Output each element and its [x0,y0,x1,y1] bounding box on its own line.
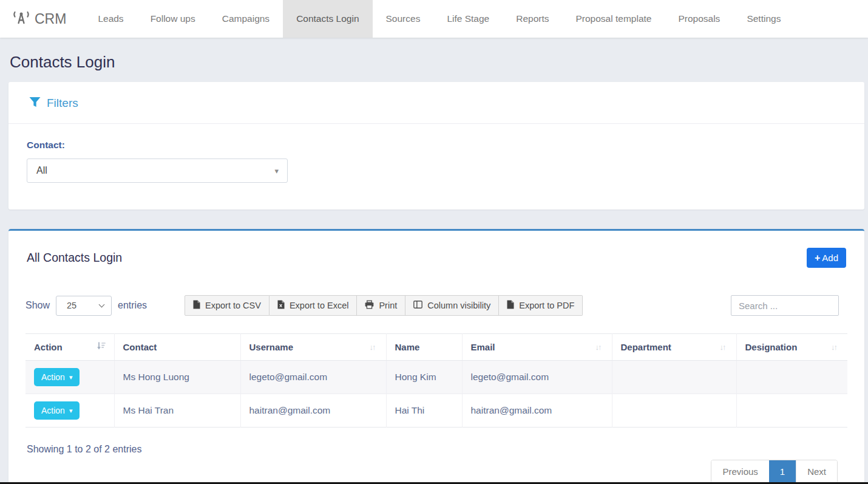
designation-cell [736,394,847,428]
export-csv-button[interactable]: Export to CSV [185,295,270,316]
filter-funnel-icon [29,97,41,110]
nav-item-settings[interactable]: Settings [733,0,794,38]
antenna-icon [12,10,30,29]
entries-label: entries [118,300,147,311]
crm-app-window: CRM Leads Follow ups Campaigns Contacts … [0,0,868,484]
caret-down-icon: ▾ [69,373,73,381]
contact-cell: Ms Hong Luong [114,361,240,394]
add-button[interactable]: + Add [807,248,846,268]
nav-item-campaigns[interactable]: Campaigns [209,0,283,38]
plus-icon: + [815,253,820,263]
department-cell [612,361,736,394]
columns-icon [413,301,422,310]
nav-item-proposal-template[interactable]: Proposal template [563,0,665,38]
designation-cell [736,361,847,394]
page-1-button[interactable]: 1 [769,460,796,483]
nav-item-follow-ups[interactable]: Follow ups [137,0,209,38]
page-title: Contacts Login [10,53,868,72]
name-cell: Hai Thi [386,394,462,428]
printer-icon [365,300,374,311]
nav-item-proposals[interactable]: Proposals [665,0,733,38]
column-header-name[interactable]: Name [386,334,462,361]
contact-filter-value: All [36,165,47,176]
nav-item-life-stage[interactable]: Life Stage [433,0,503,38]
table-info: Showing 1 to 2 of 2 entries [25,444,847,455]
email-cell: legeto@gmail.com [462,361,612,394]
card-header: All Contacts Login + Add [25,248,847,268]
export-excel-button[interactable]: Export to Excel [270,295,358,316]
contact-cell: Ms Hai Tran [114,394,240,428]
print-button[interactable]: Print [357,295,405,316]
name-cell: Hong Kim [386,361,462,394]
card-title: All Contacts Login [27,251,122,265]
export-pdf-button[interactable]: Export to PDF [499,295,583,316]
top-navbar: CRM Leads Follow ups Campaigns Contacts … [0,0,868,38]
filters-body: Contact: All ▾ [8,124,864,210]
chevron-down-icon [99,301,105,307]
sort-both-icon: ↓↑ [370,343,378,352]
filters-card: Filters Contact: All ▾ [8,82,864,210]
csv-file-icon [193,300,200,311]
row-action-dropdown-button[interactable]: Action ▾ [34,368,80,386]
username-cell: haitran@gmail.com [240,394,386,428]
search-input[interactable] [731,295,839,316]
column-header-username[interactable]: Username ↓↑ [240,334,386,361]
table-controls: Show 25 entries Export to CSV [25,295,847,316]
next-page-button[interactable]: Next [796,460,837,483]
table-row: Action ▾ Ms Hai Tran haitran@gmail.com H… [25,394,847,428]
page-length-control: Show 25 entries [25,296,147,316]
sort-both-icon: ↓↑ [595,343,603,352]
caret-down-icon: ▾ [69,407,73,415]
filters-heading: Filters [47,97,78,110]
page-length-value: 25 [67,301,76,310]
column-header-department[interactable]: Department ↓↑ [612,334,736,361]
pdf-file-icon [507,300,514,311]
nav-item-contacts-login[interactable]: Contacts Login [283,0,372,38]
pagination: Previous 1 Next [711,460,838,483]
page-length-select[interactable]: 25 [56,296,112,316]
brand-logo[interactable]: CRM [0,0,84,38]
action-cell: Action ▾ [25,394,114,428]
username-cell: legeto@gmail.com [240,361,386,394]
column-header-designation[interactable]: Designation ↓↑ [736,334,847,361]
contact-filter-label: Contact: [27,140,846,151]
filters-toggle[interactable]: Filters [8,82,864,124]
column-visibility-button[interactable]: Column visibility [405,295,499,316]
column-header-contact[interactable]: Contact [114,334,240,361]
sort-amount-down-icon [97,342,106,352]
row-action-dropdown-button[interactable]: Action ▾ [34,401,80,420]
chevron-down-icon: ▾ [274,166,279,176]
table-header-row: Action [25,334,847,361]
contacts-login-table: Action [25,333,847,428]
export-button-group: Export to CSV Export to Excel Print [185,295,583,316]
column-header-email[interactable]: Email ↓↑ [462,334,612,361]
pagination-row: Previous 1 Next [25,460,847,483]
brand-text: CRM [35,11,66,27]
nav-item-sources[interactable]: Sources [373,0,434,38]
show-label: Show [25,300,50,311]
action-cell: Action ▾ [25,361,114,394]
sort-both-icon: ↓↑ [831,343,839,352]
column-header-action[interactable]: Action [25,334,114,361]
add-button-label: Add [822,253,838,263]
table-row: Action ▾ Ms Hong Luong legeto@gmail.com … [25,361,847,394]
department-cell [612,394,736,428]
nav-item-reports[interactable]: Reports [503,0,562,38]
excel-file-icon [277,300,285,311]
contacts-login-card: All Contacts Login + Add Show 25 entries [8,229,864,484]
previous-page-button[interactable]: Previous [711,460,768,483]
sort-both-icon: ↓↑ [720,343,728,352]
email-cell: haitran@gmail.com [462,394,612,428]
nav-item-leads[interactable]: Leads [84,0,137,38]
contact-filter-select[interactable]: All ▾ [27,158,288,183]
